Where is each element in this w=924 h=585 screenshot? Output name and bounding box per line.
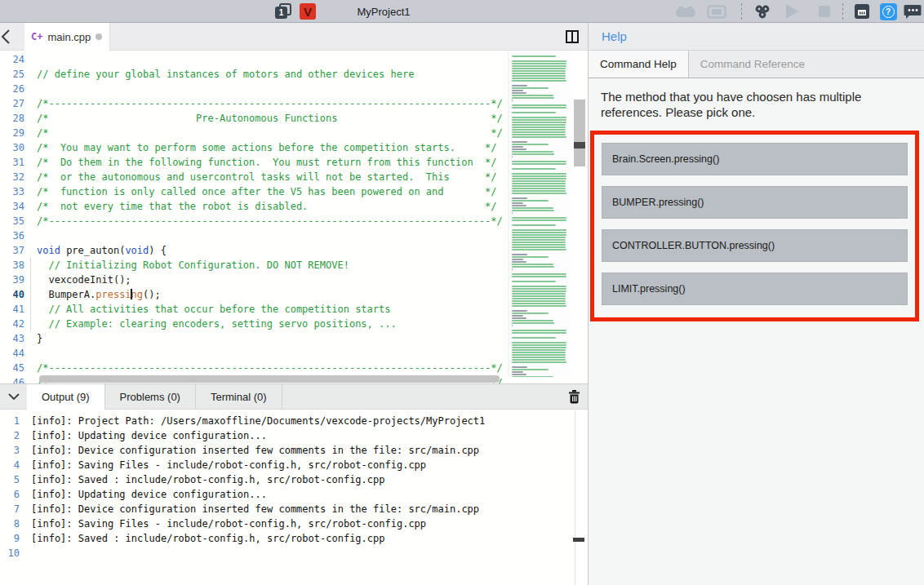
devices-icon[interactable]: [751, 0, 774, 23]
minimap-bar: [512, 205, 526, 206]
bottom-tab-output[interactable]: Output (9): [27, 384, 105, 410]
minimap-bar: [512, 349, 566, 351]
code-line[interactable]: 35/*------------------------------------…: [0, 214, 506, 228]
minimap-bar: [512, 180, 566, 182]
minimap-bar: [512, 281, 556, 282]
output-console[interactable]: 1[info]: Project Path: /Users/maxoffline…: [0, 410, 575, 585]
unsaved-dot-icon: [96, 33, 102, 40]
line-number: 24: [0, 52, 24, 67]
stop-icon[interactable]: [813, 0, 836, 23]
code-line[interactable]: 40 BumperA.pressing();: [0, 287, 506, 302]
help-tab-command-reference[interactable]: Command Reference: [689, 51, 924, 78]
code-text: /*--------------------------------------…: [24, 214, 503, 228]
log-text: [info]: Saving Files - include/robot-con…: [20, 516, 426, 531]
code-line[interactable]: 30/* You may want to perform some action…: [0, 140, 506, 155]
code-text: /*--------------------------------------…: [24, 96, 503, 111]
brain-screen-icon[interactable]: [705, 0, 728, 23]
minimap-bar: [512, 55, 556, 57]
code-line[interactable]: 24: [0, 52, 506, 67]
minimap-line: [512, 131, 568, 133]
code-token: pressi: [96, 289, 131, 300]
reference-option-button[interactable]: CONTROLLER.BUTTON.pressing(): [602, 229, 908, 262]
collapse-panel-chevron-icon[interactable]: [0, 384, 27, 409]
minimap-line: [512, 305, 568, 307]
help-tab-command-help[interactable]: Command Help: [589, 51, 689, 78]
code-line[interactable]: 26: [0, 82, 506, 96]
code-token: vexcodeInit();: [37, 274, 131, 286]
code-token: /* */: [37, 127, 503, 139]
code-line[interactable]: 43}: [0, 331, 506, 346]
code-line[interactable]: 36: [0, 228, 506, 243]
minimap[interactable]: [508, 51, 571, 377]
slot-icon[interactable]: 1: [274, 0, 295, 23]
reference-option-button[interactable]: Brain.Screen.pressing(): [602, 143, 908, 175]
editor-vertical-scrollbar-track[interactable]: [574, 100, 585, 166]
minimap-bar: [512, 129, 566, 131]
device-manager-icon[interactable]: [851, 0, 873, 23]
code-line[interactable]: 41 // All activities that occur before t…: [0, 302, 506, 317]
code-line[interactable]: 28/* Pre-Autonomous Functions */: [0, 111, 506, 126]
code-text: }: [24, 331, 42, 346]
code-token: ) {: [149, 245, 167, 256]
minimap-line: [512, 290, 568, 292]
code-line[interactable]: 42 // Example: clearing encoders, settin…: [0, 317, 506, 331]
code-line[interactable]: 45/*------------------------------------…: [0, 361, 506, 375]
minimap-bar: [512, 117, 566, 118]
code-line[interactable]: 32/* or the autonomous and usercontrol t…: [0, 170, 506, 184]
code-line[interactable]: 34/* not every time that the robot is di…: [0, 199, 506, 214]
minimap-line: [512, 78, 568, 79]
code-text: /* Do them in the following function. Yo…: [24, 155, 497, 170]
clear-output-trash-icon[interactable]: [560, 384, 588, 409]
output-scrollbar-thumb[interactable]: [573, 538, 584, 542]
line-number: 34: [0, 199, 24, 214]
minimap-bar: [512, 366, 527, 368]
bottom-tab-problems[interactable]: Problems (0): [105, 384, 196, 409]
bottom-tab-terminal[interactable]: Terminal (0): [196, 384, 282, 409]
minimap-line: [512, 190, 568, 192]
code-line[interactable]: 38 // Initializing Robot Configuration. …: [0, 258, 506, 273]
code-line[interactable]: 39 vexcodeInit();: [0, 273, 506, 287]
minimap-line: [512, 122, 568, 123]
vex-brain-status-icon[interactable]: V: [299, 0, 317, 23]
minimap-line: [512, 335, 568, 336]
back-chevron-icon[interactable]: [0, 29, 13, 45]
code-editor[interactable]: 2425// define your global instances of m…: [0, 51, 588, 383]
minimap-line: [512, 146, 568, 148]
minimap-line: [512, 55, 568, 57]
code-line[interactable]: 37void pre_auton(void) {: [0, 243, 506, 258]
code-line[interactable]: 27/*------------------------------------…: [0, 96, 506, 111]
minimap-line: [512, 210, 568, 211]
code-token: /*--------------------------------------…: [37, 215, 503, 227]
minimap-line: [512, 112, 568, 113]
minimap-bar: [512, 136, 566, 138]
code-line[interactable]: 44: [0, 346, 506, 361]
editor-horizontal-scrollbar[interactable]: [39, 375, 500, 383]
minimap-bar: [512, 266, 554, 268]
minimap-bar: [512, 90, 523, 91]
minimap-line: [512, 126, 568, 128]
log-text: [info]: Device configuration inserted fe…: [20, 502, 479, 516]
minimap-bar: [512, 73, 566, 74]
reference-option-button[interactable]: LIMIT.pressing(): [602, 273, 908, 305]
minimap-line: [512, 229, 568, 231]
code-line[interactable]: 33/* function is only called once after …: [0, 184, 506, 199]
minimap-line: [512, 357, 568, 358]
file-tab-main-cpp[interactable]: C+ main.cpp: [24, 23, 110, 51]
minimap-line: [512, 141, 568, 143]
help-panel-title: Help: [602, 29, 627, 43]
minimap-line: [512, 129, 568, 131]
line-number: 31: [0, 155, 24, 170]
editor-vertical-scrollbar-thumb[interactable]: [574, 142, 585, 148]
help-icon[interactable]: ?: [877, 0, 900, 23]
code-line[interactable]: 31/* Do them in the following function. …: [0, 155, 506, 170]
controller-icon[interactable]: [674, 0, 697, 23]
feedback-icon[interactable]: [901, 0, 924, 23]
code-text: [24, 52, 37, 67]
run-icon[interactable]: [780, 0, 803, 23]
minimap-line: [512, 249, 568, 250]
minimap-line: [512, 53, 568, 55]
code-line[interactable]: 25// define your global instances of mot…: [0, 67, 506, 82]
reference-option-button[interactable]: BUMPER.pressing(): [602, 186, 908, 219]
split-editor-icon[interactable]: [566, 30, 579, 43]
code-line[interactable]: 29/* */: [0, 126, 506, 140]
